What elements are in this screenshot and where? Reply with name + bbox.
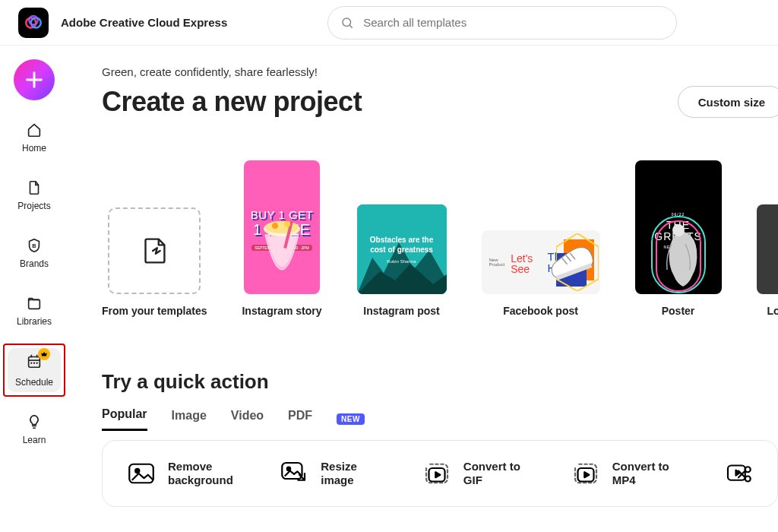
remove-bg-icon — [125, 458, 157, 489]
qa-convert-mp4[interactable]: Convert to MP4 — [570, 458, 685, 489]
template-card-from-templates[interactable]: From your templates — [102, 207, 207, 317]
template-card-poster[interactable]: 06/22 THE GREATS NEW EXHIBIT Poster — [635, 160, 722, 317]
sidebar-item-label: Libraries — [17, 316, 52, 327]
app-header: Adobe Creative Cloud Express — [0, 0, 778, 46]
qa-more[interactable] — [723, 458, 754, 489]
qa-label: Convert to MP4 — [612, 460, 685, 487]
template-card-instagram-story[interactable]: BUY 1 GET 1 FREE SEPTEMBER 15TH 2020 · 2… — [242, 160, 321, 317]
app-title: Adobe Creative Cloud Express — [61, 16, 227, 29]
sidebar-item-projects[interactable]: Projects — [8, 175, 61, 216]
svg-point-3 — [343, 18, 351, 27]
sidebar-item-label: Home — [22, 143, 46, 154]
sidebar-item-label: Projects — [17, 201, 50, 211]
resize-icon — [278, 458, 310, 489]
quick-actions-panel: Remove background Resize image Convert t… — [102, 440, 778, 507]
search-icon — [340, 16, 354, 30]
qa-convert-gif[interactable]: Convert to GIF — [421, 458, 532, 489]
template-card-label: Instagram story — [242, 305, 321, 317]
search-input[interactable] — [363, 16, 664, 29]
tagline: Green, create confidently, share fearles… — [102, 65, 778, 78]
ig-story-text1: BUY 1 GET — [251, 208, 314, 221]
fb-sub: New Product — [489, 258, 511, 267]
ig-post-author: Robin Sharma — [387, 259, 416, 264]
sidebar-item-home[interactable]: Home — [8, 117, 61, 158]
svg-point-41 — [745, 467, 751, 472]
quick-actions-tabs: Popular Image Video PDF NEW — [102, 407, 778, 432]
qa-resize-image[interactable]: Resize image — [278, 458, 383, 489]
new-badge: NEW — [337, 413, 365, 425]
qa-label: Resize image — [321, 460, 383, 487]
svg-rect-8 — [29, 299, 40, 309]
convert-mp4-icon — [570, 458, 602, 489]
template-card-facebook-post[interactable]: New Product Let's See The HYPE Facebook … — [482, 230, 600, 317]
svg-point-34 — [135, 469, 139, 473]
svg-point-17 — [265, 221, 299, 233]
home-icon — [26, 122, 43, 138]
svg-point-2 — [29, 16, 37, 24]
svg-point-40 — [745, 477, 751, 482]
sidebar-item-label: Brands — [20, 258, 49, 269]
svg-text:B: B — [32, 242, 36, 249]
folder-icon — [26, 295, 43, 312]
document-icon — [26, 179, 43, 196]
tab-pdf[interactable]: PDF — [288, 409, 312, 430]
search-field[interactable] — [327, 6, 677, 40]
sidebar-item-label: Learn — [23, 435, 46, 445]
sidebar-item-schedule[interactable]: Schedule — [8, 348, 61, 392]
ig-post-text: Obstacles are the cost of greatness — [363, 235, 441, 255]
sidebar-item-libraries[interactable]: Libraries — [8, 290, 61, 331]
statue-illustration — [644, 203, 713, 294]
folded-page-icon — [137, 233, 172, 268]
sidebar-item-learn[interactable]: Learn — [8, 409, 61, 450]
svg-point-19 — [272, 223, 278, 229]
qa-label: Remove background — [168, 460, 240, 487]
page-title: Create a new project — [102, 86, 362, 118]
convert-gif-icon — [421, 458, 453, 489]
tab-popular[interactable]: Popular — [102, 407, 147, 431]
milkshake-illustration — [254, 221, 310, 294]
app-logo — [18, 8, 49, 38]
svg-rect-9 — [29, 357, 40, 368]
template-card-label: Poster — [662, 305, 695, 317]
sidebar-item-label: Schedule — [15, 377, 53, 388]
fb-text1: Let's See — [511, 253, 547, 274]
svg-point-29 — [672, 224, 685, 236]
template-card-label: From your templates — [102, 305, 207, 317]
template-cards-row: From your templates BUY 1 GET 1 FREE SEP… — [102, 160, 778, 317]
template-card-instagram-post[interactable]: Obstacles are the cost of greatness Robi… — [357, 204, 447, 317]
svg-line-4 — [350, 25, 353, 27]
sidebar-item-brands[interactable]: B Brands — [8, 233, 61, 274]
main-content: Green, create confidently, share fearles… — [68, 46, 778, 532]
qa-remove-background[interactable]: Remove background — [125, 458, 240, 489]
tab-image[interactable]: Image — [172, 409, 207, 430]
template-card-label: Logo — [767, 305, 778, 317]
template-card-label: Instagram post — [363, 305, 439, 317]
template-card-label: Facebook post — [503, 305, 578, 317]
template-card-logo[interactable]: DUSK Logo — [757, 204, 778, 317]
new-project-button[interactable] — [14, 59, 55, 100]
plus-icon — [24, 69, 45, 90]
premium-badge-icon — [38, 348, 50, 360]
tab-video[interactable]: Video — [231, 409, 264, 430]
creative-cloud-icon — [24, 13, 43, 33]
trim-icon — [723, 458, 754, 489]
sidebar: Home Projects B Brands Libraries — [0, 46, 68, 532]
shield-icon: B — [26, 237, 43, 254]
svg-point-20 — [284, 221, 290, 227]
custom-size-button[interactable]: Custom size — [678, 86, 778, 118]
quick-actions-title: Try a quick action — [102, 370, 778, 394]
qa-label: Convert to GIF — [463, 460, 532, 487]
svg-point-36 — [287, 467, 290, 470]
lightbulb-icon — [26, 413, 43, 430]
